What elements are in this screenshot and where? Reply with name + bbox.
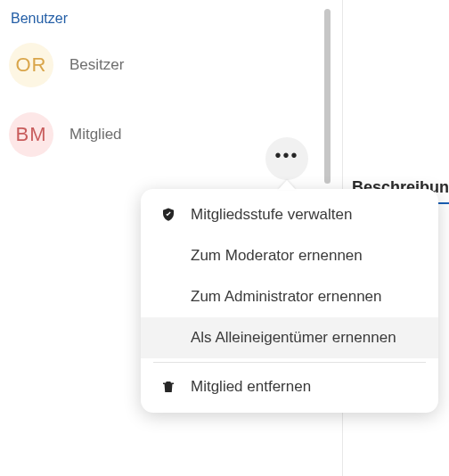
menu-item-label: Mitgliedsstufe verwalten: [191, 206, 352, 224]
scrollbar-thumb[interactable]: [324, 9, 331, 184]
menu-item-label: Zum Administrator ernennen: [191, 288, 382, 306]
trash-icon: [160, 379, 176, 395]
menu-item-label: Mitglied entfernen: [191, 378, 311, 396]
icon-placeholder: [160, 330, 176, 346]
menu-item-make-sole-owner[interactable]: Als Alleineigentümer ernennen: [141, 317, 438, 358]
more-options-button[interactable]: •••: [265, 137, 308, 180]
menu-item-label: Als Alleineigentümer ernennen: [191, 329, 396, 347]
menu-item-label: Zum Moderator ernennen: [191, 247, 363, 265]
avatar: OR: [9, 43, 53, 87]
menu-item-make-moderator[interactable]: Zum Moderator ernennen: [141, 235, 438, 276]
member-context-menu: Mitgliedsstufe verwalten Zum Moderator e…: [141, 189, 438, 413]
icon-placeholder: [160, 289, 176, 305]
menu-item-make-admin[interactable]: Zum Administrator ernennen: [141, 276, 438, 317]
role-label: Mitglied: [69, 126, 122, 144]
role-label: Besitzer: [69, 56, 124, 74]
icon-placeholder: [160, 248, 176, 264]
menu-divider: [153, 362, 426, 363]
scrollbar[interactable]: [322, 4, 331, 200]
section-title: Benutzer: [9, 7, 339, 36]
shield-check-icon: [160, 207, 176, 223]
avatar: BM: [9, 112, 53, 157]
user-row-owner[interactable]: OR Besitzer: [9, 36, 339, 105]
menu-item-manage-level[interactable]: Mitgliedsstufe verwalten: [141, 194, 438, 235]
dropdown-caret-icon: [278, 180, 296, 190]
menu-item-remove-member[interactable]: Mitglied entfernen: [141, 366, 438, 407]
